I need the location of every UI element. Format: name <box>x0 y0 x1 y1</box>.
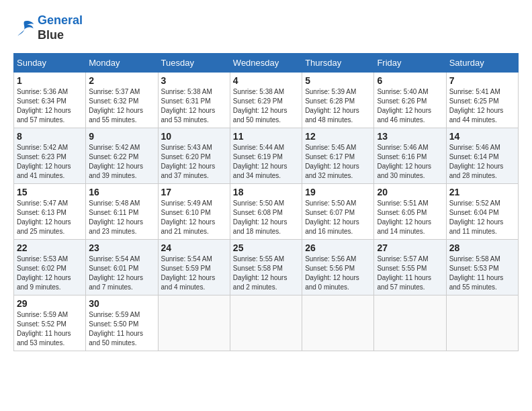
table-row: 1Sunrise: 5:36 AM Sunset: 6:34 PM Daylig… <box>14 73 86 128</box>
day-info: Sunrise: 5:46 AM Sunset: 6:16 PM Dayligh… <box>377 143 443 181</box>
table-row: 13Sunrise: 5:46 AM Sunset: 6:16 PM Dayli… <box>374 128 446 184</box>
table-row: 12Sunrise: 5:45 AM Sunset: 6:17 PM Dayli… <box>302 128 374 184</box>
table-row <box>158 295 230 351</box>
day-number: 27 <box>377 242 443 253</box>
table-row <box>230 295 302 351</box>
day-info: Sunrise: 5:42 AM Sunset: 6:22 PM Dayligh… <box>89 143 154 181</box>
calendar-week-row: 1Sunrise: 5:36 AM Sunset: 6:34 PM Daylig… <box>14 73 519 128</box>
day-number: 19 <box>305 187 371 197</box>
table-row: 20Sunrise: 5:51 AM Sunset: 6:05 PM Dayli… <box>374 184 446 240</box>
day-info: Sunrise: 5:54 AM Sunset: 6:01 PM Dayligh… <box>89 255 154 292</box>
table-row <box>374 295 446 351</box>
day-info: Sunrise: 5:50 AM Sunset: 6:07 PM Dayligh… <box>305 199 371 236</box>
table-row: 24Sunrise: 5:54 AM Sunset: 5:59 PM Dayli… <box>158 240 230 295</box>
day-number: 25 <box>233 242 299 253</box>
table-row: 15Sunrise: 5:47 AM Sunset: 6:13 PM Dayli… <box>14 184 86 240</box>
day-info: Sunrise: 5:45 AM Sunset: 6:17 PM Dayligh… <box>305 143 371 181</box>
day-number: 21 <box>449 187 515 197</box>
day-info: Sunrise: 5:41 AM Sunset: 6:25 PM Dayligh… <box>449 87 515 125</box>
day-info: Sunrise: 5:52 AM Sunset: 6:04 PM Dayligh… <box>449 199 515 236</box>
calendar-body: 1Sunrise: 5:36 AM Sunset: 6:34 PM Daylig… <box>14 73 519 351</box>
day-info: Sunrise: 5:40 AM Sunset: 6:26 PM Dayligh… <box>377 87 443 125</box>
table-row: 26Sunrise: 5:56 AM Sunset: 5:56 PM Dayli… <box>302 240 374 295</box>
day-info: Sunrise: 5:37 AM Sunset: 6:32 PM Dayligh… <box>89 87 154 125</box>
day-number: 9 <box>89 131 154 142</box>
col-sunday: Sunday <box>14 54 86 73</box>
calendar-week-row: 8Sunrise: 5:42 AM Sunset: 6:23 PM Daylig… <box>14 128 519 184</box>
table-row: 5Sunrise: 5:39 AM Sunset: 6:28 PM Daylig… <box>302 73 374 128</box>
day-info: Sunrise: 5:53 AM Sunset: 6:02 PM Dayligh… <box>17 255 83 292</box>
table-row: 30Sunrise: 5:59 AM Sunset: 5:50 PM Dayli… <box>86 295 158 351</box>
day-number: 10 <box>161 131 227 142</box>
day-info: Sunrise: 5:36 AM Sunset: 6:34 PM Dayligh… <box>17 87 83 125</box>
day-number: 11 <box>233 131 299 142</box>
day-info: Sunrise: 5:56 AM Sunset: 5:56 PM Dayligh… <box>305 255 371 292</box>
day-number: 15 <box>17 187 83 197</box>
table-row: 22Sunrise: 5:53 AM Sunset: 6:02 PM Dayli… <box>14 240 86 295</box>
table-row: 8Sunrise: 5:42 AM Sunset: 6:23 PM Daylig… <box>14 128 86 184</box>
table-row <box>302 295 374 351</box>
day-number: 18 <box>233 187 299 197</box>
table-row: 9Sunrise: 5:42 AM Sunset: 6:22 PM Daylig… <box>86 128 158 184</box>
table-row <box>446 295 518 351</box>
table-row: 25Sunrise: 5:55 AM Sunset: 5:58 PM Dayli… <box>230 240 302 295</box>
day-number: 6 <box>377 75 443 86</box>
day-number: 14 <box>449 131 515 142</box>
col-monday: Monday <box>86 54 158 73</box>
day-number: 3 <box>161 75 227 86</box>
day-info: Sunrise: 5:59 AM Sunset: 5:52 PM Dayligh… <box>17 310 83 348</box>
day-number: 7 <box>449 75 515 86</box>
day-number: 28 <box>449 242 515 253</box>
day-info: Sunrise: 5:54 AM Sunset: 5:59 PM Dayligh… <box>161 255 227 292</box>
col-tuesday: Tuesday <box>158 54 230 73</box>
table-row: 11Sunrise: 5:44 AM Sunset: 6:19 PM Dayli… <box>230 128 302 184</box>
day-info: Sunrise: 5:39 AM Sunset: 6:28 PM Dayligh… <box>305 87 371 125</box>
day-number: 16 <box>89 187 154 197</box>
table-row: 17Sunrise: 5:49 AM Sunset: 6:10 PM Dayli… <box>158 184 230 240</box>
day-info: Sunrise: 5:48 AM Sunset: 6:11 PM Dayligh… <box>89 199 154 236</box>
day-info: Sunrise: 5:51 AM Sunset: 6:05 PM Dayligh… <box>377 199 443 236</box>
table-row: 14Sunrise: 5:46 AM Sunset: 6:14 PM Dayli… <box>446 128 518 184</box>
day-info: Sunrise: 5:58 AM Sunset: 5:53 PM Dayligh… <box>449 255 515 292</box>
table-row: 27Sunrise: 5:57 AM Sunset: 5:55 PM Dayli… <box>374 240 446 295</box>
day-info: Sunrise: 5:49 AM Sunset: 6:10 PM Dayligh… <box>161 199 227 236</box>
day-info: Sunrise: 5:47 AM Sunset: 6:13 PM Dayligh… <box>17 199 83 236</box>
calendar-week-row: 22Sunrise: 5:53 AM Sunset: 6:02 PM Dayli… <box>14 240 519 295</box>
day-number: 20 <box>377 187 443 197</box>
day-number: 26 <box>305 242 371 253</box>
day-number: 30 <box>89 298 154 309</box>
logo-text: General Blue <box>38 13 83 42</box>
table-row: 28Sunrise: 5:58 AM Sunset: 5:53 PM Dayli… <box>446 240 518 295</box>
col-wednesday: Wednesday <box>230 54 302 73</box>
day-number: 24 <box>161 242 227 253</box>
table-row: 4Sunrise: 5:38 AM Sunset: 6:29 PM Daylig… <box>230 73 302 128</box>
table-row: 18Sunrise: 5:50 AM Sunset: 6:08 PM Dayli… <box>230 184 302 240</box>
day-info: Sunrise: 5:55 AM Sunset: 5:58 PM Dayligh… <box>233 255 299 292</box>
day-number: 8 <box>17 131 83 142</box>
col-friday: Friday <box>374 54 446 73</box>
calendar-header-row: Sunday Monday Tuesday Wednesday Thursday… <box>14 54 519 73</box>
day-info: Sunrise: 5:59 AM Sunset: 5:50 PM Dayligh… <box>89 310 154 348</box>
day-number: 29 <box>17 298 83 309</box>
table-row: 21Sunrise: 5:52 AM Sunset: 6:04 PM Dayli… <box>446 184 518 240</box>
table-row: 23Sunrise: 5:54 AM Sunset: 6:01 PM Dayli… <box>86 240 158 295</box>
day-number: 5 <box>305 75 371 86</box>
day-info: Sunrise: 5:50 AM Sunset: 6:08 PM Dayligh… <box>233 199 299 236</box>
table-row: 6Sunrise: 5:40 AM Sunset: 6:26 PM Daylig… <box>374 73 446 128</box>
logo-icon <box>13 19 35 38</box>
table-row: 29Sunrise: 5:59 AM Sunset: 5:52 PM Dayli… <box>14 295 86 351</box>
table-row: 19Sunrise: 5:50 AM Sunset: 6:07 PM Dayli… <box>302 184 374 240</box>
page-header: General Blue <box>13 13 519 42</box>
day-info: Sunrise: 5:43 AM Sunset: 6:20 PM Dayligh… <box>161 143 227 181</box>
day-number: 17 <box>161 187 227 197</box>
day-number: 2 <box>89 75 154 86</box>
day-number: 13 <box>377 131 443 142</box>
day-number: 22 <box>17 242 83 253</box>
table-row: 16Sunrise: 5:48 AM Sunset: 6:11 PM Dayli… <box>86 184 158 240</box>
calendar-week-row: 15Sunrise: 5:47 AM Sunset: 6:13 PM Dayli… <box>14 184 519 240</box>
table-row: 2Sunrise: 5:37 AM Sunset: 6:32 PM Daylig… <box>86 73 158 128</box>
day-info: Sunrise: 5:44 AM Sunset: 6:19 PM Dayligh… <box>233 143 299 181</box>
table-row: 3Sunrise: 5:38 AM Sunset: 6:31 PM Daylig… <box>158 73 230 128</box>
col-saturday: Saturday <box>446 54 518 73</box>
day-info: Sunrise: 5:38 AM Sunset: 6:31 PM Dayligh… <box>161 87 227 125</box>
